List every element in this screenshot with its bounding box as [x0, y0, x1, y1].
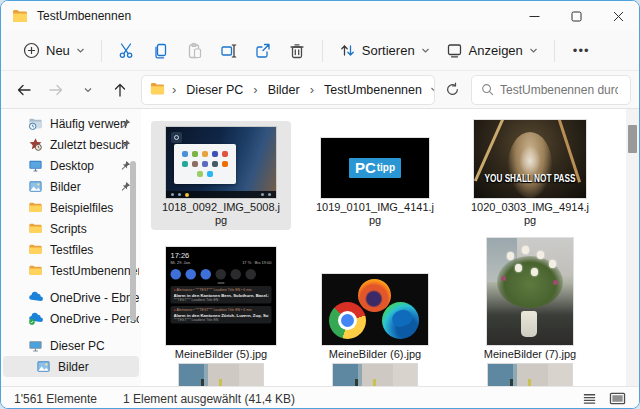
sidebar-scrollbar-thumb[interactable]: [130, 161, 136, 321]
pin-icon: [120, 118, 131, 129]
sidebar-item-recent[interactable]: Zuletzt besuch: [3, 134, 139, 155]
decor: [521, 311, 537, 337]
navigation-pane: Häufig verwen Zuletzt besuch Desktop Bil…: [1, 109, 141, 386]
chrome-logo: [329, 302, 366, 339]
more-options-button[interactable]: •••: [563, 43, 600, 58]
breadcrumb-pictures[interactable]: Bilder: [265, 81, 303, 99]
sidebar-item-onedrive-personal[interactable]: OneDrive - Persona: [3, 308, 139, 329]
breadcrumb-this-pc[interactable]: Dieser PC: [183, 81, 246, 99]
thumbnail-partial[interactable]: [333, 364, 417, 386]
file-item[interactable]: YOU SHALL NOT PASS 1020_0303_IMG_4914.jp…: [460, 114, 600, 230]
cut-button[interactable]: [110, 36, 144, 66]
file-item[interactable]: MeineBilder (6).jpg: [305, 268, 445, 365]
search-box[interactable]: [471, 75, 631, 105]
view-button[interactable]: Anzeigen: [438, 36, 546, 65]
view-button-label: Anzeigen: [469, 43, 523, 58]
decor: [519, 146, 541, 176]
sidebar-item-label: OneDrive - Ebner M: [50, 291, 139, 305]
close-button[interactable]: [597, 1, 639, 31]
delete-button[interactable]: [280, 36, 314, 66]
folder-clock-icon: [28, 116, 43, 131]
sidebar-item-frequent[interactable]: Häufig verwen: [3, 113, 139, 134]
decor: [171, 132, 182, 143]
scrollbar-thumb[interactable]: [628, 125, 637, 153]
pictures-icon: [28, 179, 43, 194]
sort-button-label: Sortieren: [362, 43, 415, 58]
pictures-icon: [36, 359, 51, 374]
title-bar: TestUmbenennen: [1, 1, 639, 31]
sidebar-item-pictures[interactable]: Bilder: [3, 176, 139, 197]
new-button[interactable]: Neu: [15, 36, 93, 65]
breadcrumb-chevron: ›: [308, 82, 316, 97]
file-name: 1018_0092_IMG_5008.jpg: [159, 201, 283, 226]
decor: [515, 264, 522, 272]
sidebar-item-this-pc[interactable]: Dieser PC: [3, 335, 139, 356]
sidebar-item-pictures-library[interactable]: Bilder: [3, 356, 139, 377]
sidebar-item-desktop[interactable]: Desktop: [3, 155, 139, 176]
folder-icon: [150, 81, 165, 98]
firefox-logo: [358, 279, 391, 312]
new-button-label: Neu: [46, 43, 70, 58]
edge-logo: [382, 302, 419, 339]
minimize-button[interactable]: [513, 1, 555, 31]
sidebar-item-beispielfiles[interactable]: Beispielfiles: [3, 197, 139, 218]
explorer-window: TestUmbenennen Neu: [0, 0, 640, 409]
chevron-down-icon: [421, 46, 430, 55]
decor: [553, 280, 558, 285]
thumbnail-partial[interactable]: [179, 364, 263, 386]
thumbnail-phone-screenshot: 17:26 Mi. 29. Jan.17 % · Bis 19:00 ● Ale…: [166, 247, 276, 345]
decor: [501, 276, 506, 281]
sort-button[interactable]: Sortieren: [331, 36, 438, 65]
plus-circle-icon: [23, 42, 40, 59]
phone-status: 17 % · Bis 19:00: [242, 260, 271, 265]
details-view-icon[interactable]: [582, 391, 597, 406]
decor: [218, 282, 225, 283]
sidebar-item-label: Bilder: [58, 360, 89, 374]
file-item[interactable]: 17:26 Mi. 29. Jan.17 % · Bis 19:00 ● Ale…: [151, 241, 291, 365]
file-name: 1019_0101_IMG_4141.jpg: [313, 201, 437, 226]
address-dropdown-chevron[interactable]: [430, 85, 435, 94]
file-item[interactable]: PCtipp 1019_0101_IMG_4141.jpg: [305, 132, 445, 230]
decor: [174, 144, 236, 184]
scrollbar-track[interactable]: [626, 109, 639, 386]
back-button[interactable]: [9, 76, 39, 104]
share-button[interactable]: [246, 36, 280, 66]
recent-locations-chevron[interactable]: [73, 76, 103, 104]
breadcrumb-current-folder[interactable]: TestUmbenennen: [321, 81, 425, 99]
up-button[interactable]: [105, 76, 135, 104]
sidebar-item-label: OneDrive - Persona: [50, 312, 139, 326]
decor: ● Alertswiss • ***TEST*** Loadtest Title…: [171, 286, 272, 304]
sidebar-item-label: TestUmbenennen: [50, 264, 139, 278]
sidebar-item-scripts[interactable]: Scripts: [3, 218, 139, 239]
thumbnail-partial[interactable]: [488, 364, 572, 386]
maximize-button[interactable]: [555, 1, 597, 31]
decor: [531, 268, 538, 276]
thumbnail-pctipp-logo: PCtipp: [321, 138, 429, 198]
toolbar-separator: [554, 40, 555, 62]
forward-button[interactable]: [41, 76, 71, 104]
file-grid: 1018_0092_IMG_5008.jpg PCtipp 1019_0101_…: [141, 109, 639, 386]
thumbnail-flowers-photo: [487, 238, 573, 345]
refresh-button[interactable]: [437, 76, 467, 104]
sidebar-item-testfiles[interactable]: Testfiles: [3, 239, 139, 260]
decor: [549, 260, 556, 268]
file-item[interactable]: MeineBilder (7).jpg: [460, 232, 600, 365]
decor: [507, 252, 514, 260]
search-input[interactable]: [500, 83, 618, 97]
decor: [537, 251, 544, 259]
file-item-selected[interactable]: 1018_0092_IMG_5008.jpg: [151, 121, 291, 230]
file-name: MeineBilder (7).jpg: [468, 348, 592, 361]
paste-button[interactable]: [178, 36, 212, 66]
rename-button[interactable]: [212, 36, 246, 66]
toolbar-separator: [322, 40, 323, 62]
sidebar-item-onedrive-business[interactable]: OneDrive - Ebner M: [3, 287, 139, 308]
status-bar: 1'561 Elemente 1 Element ausgewählt (41,…: [1, 386, 639, 409]
sidebar-item-label: Scripts: [50, 222, 87, 236]
thumbnail-gandalf-meme: YOU SHALL NOT PASS: [474, 120, 586, 198]
copy-button[interactable]: [144, 36, 178, 66]
large-icons-view-icon[interactable]: [609, 391, 626, 406]
address-bar[interactable]: › Dieser PC › Bilder › TestUmbenennen: [141, 75, 435, 105]
view-panel-icon: [446, 42, 463, 59]
sidebar-item-testumbenennen[interactable]: TestUmbenennen: [3, 260, 139, 281]
onedrive-personal-icon: [28, 311, 43, 326]
